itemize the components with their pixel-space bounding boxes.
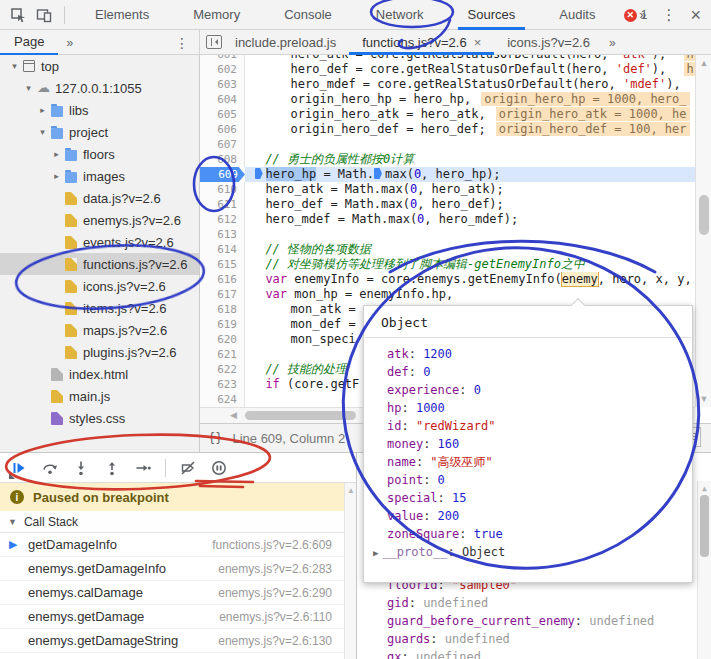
code-line-608[interactable]: 608// 勇士的负属性都按0计算 [200, 152, 695, 167]
tree-item-top[interactable]: ▾top [0, 55, 199, 77]
call-stack-scrollbar[interactable]: ▲ [344, 483, 356, 659]
code-line-607[interactable]: 607 [200, 137, 695, 152]
expander-closed-icon[interactable]: ▸ [36, 105, 49, 115]
expander-closed-icon[interactable]: ▶ [373, 548, 378, 558]
pretty-print-button[interactable]: {} [200, 431, 232, 445]
close-tab-icon[interactable]: × [474, 35, 482, 50]
line-number[interactable]: 617 [200, 287, 245, 302]
line-number[interactable]: 622 [200, 362, 245, 377]
step-marker-icon[interactable] [374, 168, 382, 179]
tree-item-styles-css[interactable]: styles.css [0, 407, 199, 429]
scroll-left-icon[interactable]: ◀ [230, 410, 237, 420]
tree-item-events-js-v-2-6[interactable]: events.js?v=2.6 [0, 231, 199, 253]
scroll-up-icon[interactable]: ▲ [698, 484, 711, 493]
close-icon[interactable]: × [690, 5, 701, 26]
code-line-612[interactable]: 612hero_mdef = Math.max(0, hero_mdef); [200, 212, 695, 227]
deactivate-breakpoints-button[interactable] [179, 459, 197, 477]
devtools-tab-memory[interactable]: Memory [183, 0, 250, 30]
error-badge[interactable]: ✕ 1 [624, 8, 648, 22]
line-number[interactable]: 613 [200, 227, 245, 242]
object-property-proto[interactable]: ▶__proto__: Object [364, 543, 692, 561]
device-toolbar-icon[interactable] [34, 5, 54, 25]
pause-on-exceptions-button[interactable] [210, 459, 228, 477]
expander-open-icon[interactable]: ▾ [8, 61, 21, 71]
devtools-tab-audits[interactable]: Audits [549, 0, 605, 30]
line-number[interactable]: 624 [200, 392, 245, 407]
line-number[interactable]: 604 [200, 92, 245, 107]
expander-open-icon[interactable]: ▾ [22, 83, 35, 93]
scrollbar-thumb[interactable] [245, 411, 356, 420]
hide-navigator-icon[interactable] [206, 35, 222, 49]
tree-item-main-js[interactable]: main.js [0, 385, 199, 407]
step-into-button[interactable] [72, 459, 90, 477]
code-line-615[interactable]: 615// 对坐骑模仿等处理移到了脚本编辑-getEnemyInfo之中 [200, 257, 695, 272]
call-stack-header[interactable]: ▼ Call Stack [0, 511, 344, 533]
editor-vertical-scrollbar[interactable]: ▲ ▼ [695, 55, 711, 407]
line-number[interactable]: 618 [200, 302, 245, 317]
tree-item-icons-js-v-2-6[interactable]: icons.js?v=2.6 [0, 275, 199, 297]
inspect-element-icon[interactable] [8, 5, 28, 25]
call-stack-frame[interactable]: ▶getDamageInfofunctions.js?v=2.6:609 [0, 533, 344, 557]
devtools-tab-sources[interactable]: Sources [458, 0, 526, 30]
editor-tab-functions-js-v-2-6[interactable]: functions.js?v=2.6× [349, 30, 494, 55]
scrollbar-thumb[interactable] [699, 195, 709, 235]
code-line-604[interactable]: 604origin_hero_hp = hero_hp,origin_hero_… [200, 92, 695, 107]
tree-item-enemys-js-v-2-6[interactable]: enemys.js?v=2.6 [0, 209, 199, 231]
line-number[interactable]: 612 [200, 212, 245, 227]
line-number[interactable]: 615 [200, 257, 245, 272]
code-line-614[interactable]: 614// 怪物的各项数据 [200, 242, 695, 257]
pane-divider[interactable] [356, 453, 357, 659]
breakpoint-line-number[interactable]: 609 [200, 167, 245, 182]
code-line-609[interactable]: 609hero_hp = Math.max(0, hero_hp); [200, 167, 695, 182]
navigator-more-tabs[interactable]: » [66, 36, 73, 50]
tab-page[interactable]: Page [0, 30, 58, 55]
expander-closed-icon[interactable]: ▸ [50, 171, 63, 181]
line-number[interactable]: 610 [200, 182, 245, 197]
scroll-down-icon[interactable]: ▼ [696, 394, 711, 404]
expander-open-icon[interactable]: ▾ [36, 127, 49, 137]
call-stack-frame[interactable]: enemys.getDamageenemys.js?v=2.6:110 [0, 605, 344, 629]
line-number[interactable]: 621 [200, 347, 245, 362]
tree-item-plugins-js-v-2-6[interactable]: plugins.js?v=2.6 [0, 341, 199, 363]
line-number[interactable]: 603 [200, 77, 245, 92]
tree-item-libs[interactable]: ▸libs [0, 99, 199, 121]
devtools-tab-network[interactable]: Network [366, 0, 434, 30]
expander-closed-icon[interactable]: ▸ [50, 149, 63, 159]
line-number[interactable]: 608 [200, 152, 245, 167]
code-line-611[interactable]: 611hero_def = Math.max(0, hero_def); [200, 197, 695, 212]
line-number[interactable]: 616 [200, 272, 245, 287]
more-editor-tabs-icon[interactable]: » [603, 30, 622, 55]
tree-item-127-0-0-1-1055[interactable]: ▾☁127.0.0.1:1055 [0, 77, 199, 99]
tree-item-project[interactable]: ▾project [0, 121, 199, 143]
line-number[interactable]: 605 [200, 107, 245, 122]
call-stack-frame[interactable]: enemys.calDamageenemys.js?v=2.6:290 [0, 581, 344, 605]
scrollbar-thumb[interactable] [700, 495, 709, 557]
line-number[interactable]: 607 [200, 137, 245, 152]
tree-item-images[interactable]: ▸images [0, 165, 199, 187]
call-stack-frame[interactable]: enemys.getDamageInfoenemys.js?v=2.6:283 [0, 557, 344, 581]
resume-button[interactable] [10, 459, 28, 477]
scroll-up-icon[interactable]: ▲ [696, 58, 711, 68]
devtools-tab-elements[interactable]: Elements [85, 0, 159, 30]
line-number[interactable]: 620 [200, 332, 245, 347]
line-number[interactable]: 619 [200, 317, 245, 332]
line-number[interactable]: 606 [200, 122, 245, 137]
devtools-tab-console[interactable]: Console [274, 0, 342, 30]
editor-tab-include-preload-js[interactable]: include.preload.js [222, 30, 349, 55]
tree-item-items-js-v-2-6[interactable]: items.js?v=2.6 [0, 297, 199, 319]
tree-item-floors[interactable]: ▸floors [0, 143, 199, 165]
code-line-601[interactable]: 601hero_atk = core.getRealStatusOrDefaul… [200, 55, 695, 62]
step-marker-icon[interactable] [255, 168, 263, 179]
line-number[interactable]: 611 [200, 197, 245, 212]
code-line-610[interactable]: 610hero_atk = Math.max(0, hero_atk); [200, 182, 695, 197]
navigator-menu-icon[interactable]: ⋮ [175, 35, 189, 51]
step-out-button[interactable] [103, 459, 121, 477]
call-stack-frame[interactable]: enemys.getDamageStringenemys.js?v=2.6:13… [0, 629, 344, 653]
tree-item-functions-js-v-2-6[interactable]: functions.js?v=2.6 [0, 253, 199, 275]
line-number[interactable]: 601 [200, 55, 245, 62]
code-line-613[interactable]: 613 [200, 227, 695, 242]
code-line-617[interactable]: 617var mon_hp = enemyInfo.hp, [200, 287, 695, 302]
line-number[interactable]: 614 [200, 242, 245, 257]
line-number[interactable]: 602 [200, 62, 245, 77]
code-line-616[interactable]: 616var enemyInfo = core.enemys.getEnemyI… [200, 272, 695, 287]
